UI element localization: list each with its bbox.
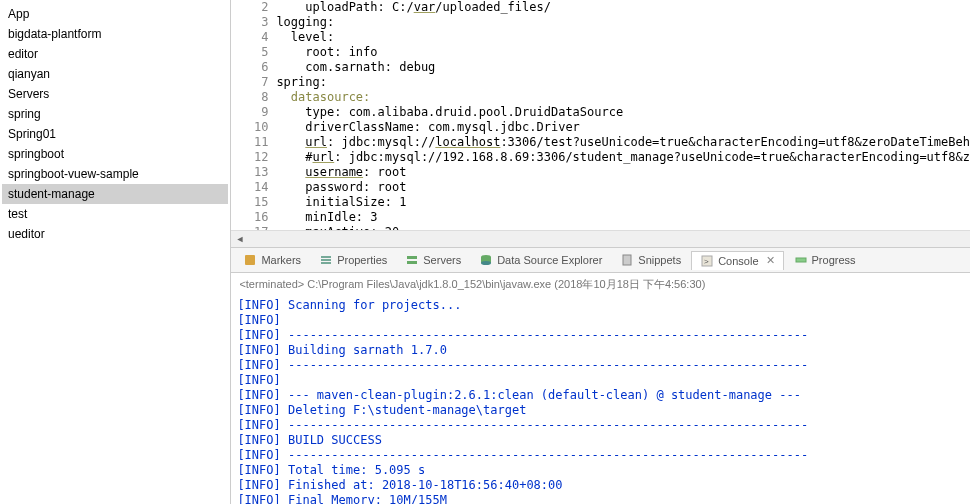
log-text: ----------------------------------------…	[281, 418, 808, 432]
svg-rect-1	[321, 256, 331, 258]
line-number: 4	[231, 30, 268, 45]
console-line: [INFO] Scanning for projects...	[237, 298, 964, 313]
svg-rect-0	[245, 255, 255, 265]
code-line[interactable]: #url: jdbc:mysql://192.168.8.69:3306/stu…	[276, 150, 970, 165]
svg-point-8	[481, 261, 491, 265]
datasource-icon	[479, 253, 493, 267]
tab-label: Markers	[261, 254, 301, 266]
code-line[interactable]: level:	[276, 30, 970, 45]
log-level-tag: [INFO]	[237, 388, 280, 402]
horizontal-scrollbar[interactable]: ◄	[231, 230, 970, 247]
project-item-bigdata-plantform[interactable]: bigdata-plantform	[2, 24, 228, 44]
code-line[interactable]: maxActive: 20	[276, 225, 970, 230]
console-line: [INFO]	[237, 313, 964, 328]
project-item-ueditor[interactable]: ueditor	[2, 224, 228, 244]
code-line[interactable]: type: com.alibaba.druid.pool.DruidDataSo…	[276, 105, 970, 120]
console-line: [INFO] ---------------------------------…	[237, 418, 964, 433]
code-line[interactable]: uploadPath: C:/var/uploaded_files/	[276, 0, 970, 15]
console-line: [INFO] Deleting F:\student-manage\target	[237, 403, 964, 418]
log-level-tag: [INFO]	[237, 418, 280, 432]
project-item-app[interactable]: App	[2, 4, 228, 24]
console-line: [INFO] Building sarnath 1.7.0	[237, 343, 964, 358]
svg-rect-12	[796, 258, 806, 262]
log-text: Finished at: 2018-10-18T16:56:40+08:00	[281, 478, 563, 492]
project-item-editor[interactable]: editor	[2, 44, 228, 64]
project-explorer[interactable]: Appbigdata-plantformeditorqianyanServers…	[0, 0, 230, 504]
log-level-tag: [INFO]	[237, 493, 280, 504]
code-editor[interactable]: 234567891011121314151617 uploadPath: C:/…	[231, 0, 970, 230]
console-line: [INFO] ---------------------------------…	[237, 448, 964, 463]
project-item-spring[interactable]: spring	[2, 104, 228, 124]
console-line: [INFO] Finished at: 2018-10-18T16:56:40+…	[237, 478, 964, 493]
log-level-tag: [INFO]	[237, 478, 280, 492]
tab-label: Snippets	[638, 254, 681, 266]
console-line: [INFO] ---------------------------------…	[237, 358, 964, 373]
log-level-tag: [INFO]	[237, 373, 280, 387]
code-line[interactable]: initialSize: 1	[276, 195, 970, 210]
svg-rect-9	[623, 255, 631, 265]
console-line: [INFO] BUILD SUCCESS	[237, 433, 964, 448]
line-number: 2	[231, 0, 268, 15]
log-level-tag: [INFO]	[237, 313, 280, 327]
tab-label: Servers	[423, 254, 461, 266]
line-number: 11	[231, 135, 268, 150]
tab-console[interactable]: >Console✕	[691, 251, 783, 270]
code-line[interactable]: spring:	[276, 75, 970, 90]
tab-label: Console	[718, 255, 758, 267]
project-item-qianyan[interactable]: qianyan	[2, 64, 228, 84]
project-item-springboot-vuew-sample[interactable]: springboot-vuew-sample	[2, 164, 228, 184]
log-text: Building sarnath 1.7.0	[281, 343, 447, 357]
log-level-tag: [INFO]	[237, 463, 280, 477]
tab-label: Progress	[812, 254, 856, 266]
code-line[interactable]: minIdle: 3	[276, 210, 970, 225]
log-text: ----------------------------------------…	[281, 328, 808, 342]
tab-properties[interactable]: Properties	[311, 251, 395, 269]
project-item-student-manage[interactable]: student-manage	[2, 184, 228, 204]
code-line[interactable]: driverClassName: com.mysql.jdbc.Driver	[276, 120, 970, 135]
line-number: 16	[231, 210, 268, 225]
project-item-spring01[interactable]: Spring01	[2, 124, 228, 144]
code-line[interactable]: com.sarnath: debug	[276, 60, 970, 75]
line-number: 14	[231, 180, 268, 195]
project-item-test[interactable]: test	[2, 204, 228, 224]
code-line[interactable]: logging:	[276, 15, 970, 30]
code-line[interactable]: username: root	[276, 165, 970, 180]
svg-rect-2	[321, 259, 331, 261]
servers-icon	[405, 253, 419, 267]
log-text: ----------------------------------------…	[281, 358, 808, 372]
code-line[interactable]: url: jdbc:mysql://localhost:3306/test?us…	[276, 135, 970, 150]
log-level-tag: [INFO]	[237, 343, 280, 357]
project-item-springboot[interactable]: springboot	[2, 144, 228, 164]
code-line[interactable]: root: info	[276, 45, 970, 60]
console-output[interactable]: [INFO] Scanning for projects...[INFO][IN…	[231, 296, 970, 504]
log-text: ----------------------------------------…	[281, 448, 808, 462]
tab-data-source-explorer[interactable]: Data Source Explorer	[471, 251, 610, 269]
close-icon[interactable]: ✕	[766, 254, 775, 267]
line-number: 8	[231, 90, 268, 105]
line-number: 7	[231, 75, 268, 90]
tab-markers[interactable]: Markers	[235, 251, 309, 269]
svg-rect-4	[407, 256, 417, 259]
tab-progress[interactable]: Progress	[786, 251, 864, 269]
log-level-tag: [INFO]	[237, 403, 280, 417]
svg-text:>: >	[704, 257, 709, 266]
line-number: 17	[231, 225, 268, 230]
tab-snippets[interactable]: Snippets	[612, 251, 689, 269]
tab-servers[interactable]: Servers	[397, 251, 469, 269]
line-number: 3	[231, 15, 268, 30]
line-number: 12	[231, 150, 268, 165]
log-text: Total time: 5.095 s	[281, 463, 426, 477]
code-line[interactable]: datasource:	[276, 90, 970, 105]
log-text: Deleting F:\student-manage\target	[281, 403, 527, 417]
progress-icon	[794, 253, 808, 267]
code-line[interactable]: password: root	[276, 180, 970, 195]
console-line: [INFO] --- maven-clean-plugin:2.6.1:clea…	[237, 388, 964, 403]
tab-label: Data Source Explorer	[497, 254, 602, 266]
svg-rect-5	[407, 261, 417, 264]
tab-label: Properties	[337, 254, 387, 266]
project-item-servers[interactable]: Servers	[2, 84, 228, 104]
properties-icon	[319, 253, 333, 267]
scroll-left-icon[interactable]: ◄	[231, 232, 248, 247]
views-tabbar[interactable]: MarkersPropertiesServersData Source Expl…	[231, 247, 970, 273]
svg-rect-3	[321, 262, 331, 264]
